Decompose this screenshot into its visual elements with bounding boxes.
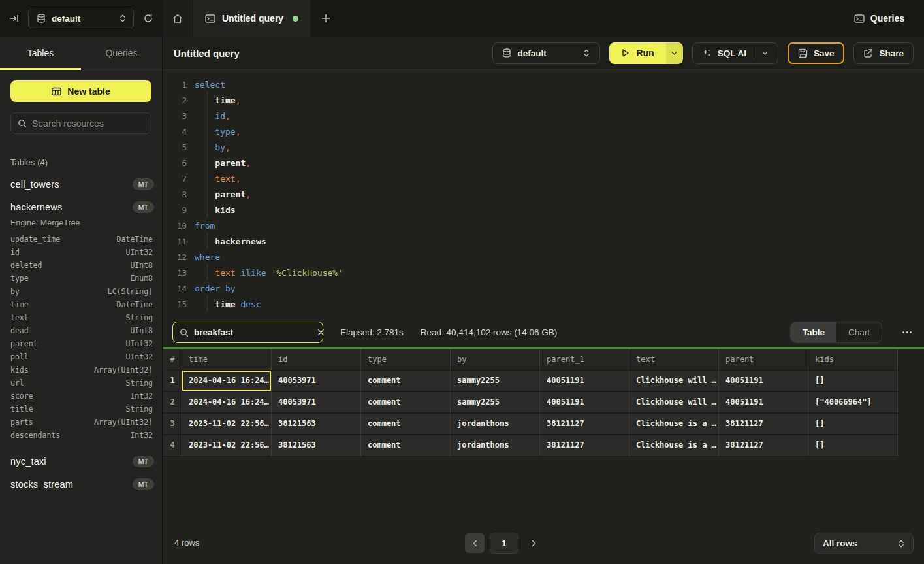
new-table-button[interactable]: New table [10,80,151,102]
clear-search-icon[interactable] [317,329,325,336]
table-cell[interactable]: comment [361,371,451,392]
column-header-parent_1[interactable]: parent_1 [540,349,629,371]
table-item-hackernews[interactable]: hackernewsMT [10,201,162,213]
run-options-button[interactable] [666,42,683,64]
code-content: by, [195,142,231,152]
table-row: 12024-04-16 16:24…40053971commentsammy22… [163,371,924,392]
share-icon [863,48,873,58]
code-content: parent, [195,190,251,199]
table-cell[interactable]: 40053971 [272,392,361,414]
line-number: 15 [168,299,187,309]
row-count: 4 rows [174,538,199,548]
previous-page-button[interactable] [465,533,485,553]
resource-search-input[interactable] [32,118,150,129]
table-cell[interactable]: 40051191 [719,371,808,392]
column-header-num[interactable]: # [163,349,182,371]
row-number[interactable]: 1 [163,371,182,392]
table-cell[interactable]: jordanthoms [451,435,540,457]
search-icon [18,119,27,128]
table-item-stocks_stream[interactable]: stocks_streamMT [10,478,162,490]
table-cell[interactable]: 38121127 [540,414,629,435]
table-cell[interactable]: Clickhouse is a … [629,435,719,457]
page-size-selector[interactable]: All rows [814,533,914,554]
sql-editor[interactable]: 1select2 time,3 id,4 type,5 by,6 parent,… [163,70,924,318]
code-line: 5 by, [168,139,924,155]
new-tab-button[interactable] [310,0,342,37]
top-bar-left: default [0,0,163,37]
column-header-parent[interactable]: parent [719,349,808,371]
column-header-id[interactable]: id [272,349,361,371]
table-cell[interactable]: 40051191 [540,371,629,392]
column-type: String [125,313,153,322]
query-database-selector[interactable]: default [492,42,600,64]
code-content: type, [195,127,240,137]
column-header-type[interactable]: type [361,349,451,371]
column-header-time[interactable]: time [182,349,272,371]
table-grid-icon [52,87,61,96]
column-header-text[interactable]: text [629,349,719,371]
more-options-icon[interactable] [899,328,915,337]
code-content: where [195,252,220,262]
table-cell[interactable]: [] [808,371,898,392]
table-cell[interactable]: jordanthoms [451,414,540,435]
view-toggle-table[interactable]: Table [791,322,836,342]
view-toggle-table-label: Table [803,327,825,337]
table-cell[interactable]: 40053971 [272,371,361,392]
row-number[interactable]: 3 [163,414,182,435]
sql-ai-button[interactable]: SQL AI [692,42,778,64]
view-toggle-chart[interactable]: Chart [836,322,882,342]
table-cell[interactable]: comment [361,435,451,457]
current-page[interactable]: 1 [490,533,518,554]
database-selector[interactable]: default [28,8,134,29]
table-item-nyc_taxi[interactable]: nyc_taxiMT [10,456,162,467]
table-cell[interactable]: 2024-04-16 16:24… [182,371,272,392]
table-cell[interactable]: 2023-11-02 22:56… [182,435,272,457]
column-name: by [10,287,20,296]
column-header-by[interactable]: by [451,349,540,371]
sparkles-icon [702,48,712,58]
line-number: 10 [168,221,187,231]
table-cell[interactable]: 38121127 [719,414,808,435]
tab-untitled-query[interactable]: Untitled query [193,0,310,37]
plus-icon [321,14,330,23]
table-cell[interactable]: comment [361,392,451,414]
next-page-button[interactable] [524,533,543,553]
sidebar-tab-tables[interactable]: Tables [0,37,81,69]
table-name: nyc_taxi [10,456,46,467]
table-cell[interactable]: [] [808,435,898,457]
table-cell[interactable]: Clickhouse will … [629,392,719,414]
table-column: update_timeDateTime [10,233,162,246]
column-name: id [10,248,20,257]
share-button[interactable]: Share [853,42,914,64]
table-cell[interactable]: 38121563 [272,414,361,435]
table-cell[interactable]: 38121563 [272,435,361,457]
refresh-icon[interactable] [143,13,153,24]
table-cell[interactable]: Clickhouse will … [629,371,719,392]
table-cell[interactable]: 40051191 [540,392,629,414]
run-button[interactable]: Run [609,42,665,64]
table-cell[interactable]: sammy2255 [451,392,540,414]
queries-button[interactable]: Queries [848,0,924,37]
table-cell[interactable]: comment [361,414,451,435]
sidebar-tab-queries[interactable]: Queries [81,37,162,69]
collapse-sidebar-icon[interactable] [9,14,19,23]
table-cell[interactable]: ["40066964"] [808,392,898,414]
table-cell[interactable]: 2023-11-02 22:56… [182,414,272,435]
home-button[interactable] [163,0,193,37]
table-cell[interactable]: 38121127 [540,435,629,457]
table-cell[interactable]: 38121127 [719,435,808,457]
results-search-input[interactable] [194,327,312,337]
table-cell[interactable]: [] [808,414,898,435]
row-number[interactable]: 4 [163,435,182,457]
table-cell[interactable]: sammy2255 [451,371,540,392]
row-number[interactable]: 2 [163,392,182,414]
table-cell[interactable]: Clickhouse is a … [629,414,719,435]
chevron-down-icon[interactable] [761,50,769,57]
table-item-cell_towers[interactable]: cell_towersMT [10,178,162,190]
column-name: update_time [10,235,60,244]
column-header-kids[interactable]: kids [808,349,898,371]
table-cell[interactable]: 40051191 [719,392,808,414]
table-column: deadUInt8 [10,324,162,337]
save-button[interactable]: Save [788,42,845,64]
table-cell[interactable]: 2024-04-16 16:24… [182,392,272,414]
